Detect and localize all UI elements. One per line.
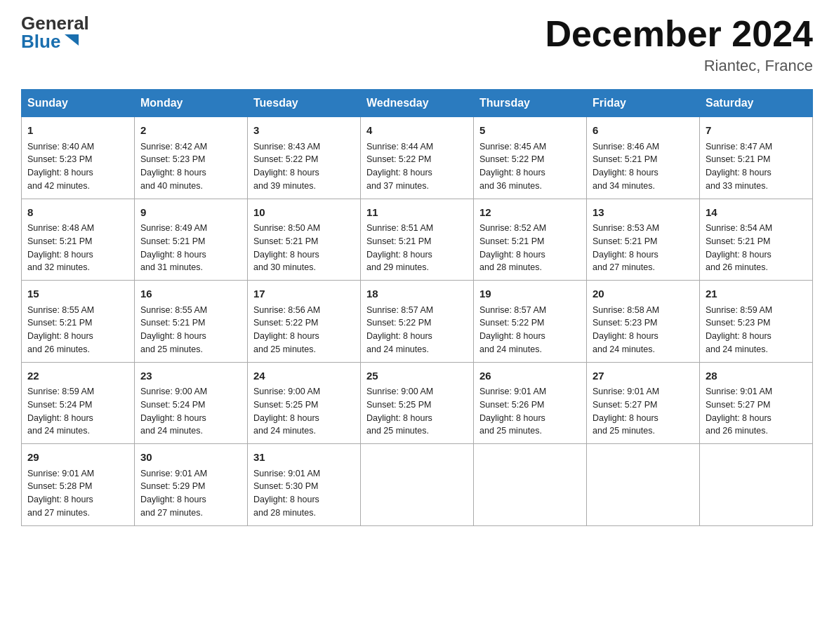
day-info: Sunrise: 9:01 AM Sunset: 5:28 PM Dayligh… xyxy=(27,467,128,520)
calendar-cell xyxy=(474,444,587,526)
title-section: December 2024 Riantec, France xyxy=(545,14,813,75)
day-number: 2 xyxy=(140,123,241,139)
day-number: 29 xyxy=(27,450,128,466)
day-number: 28 xyxy=(706,368,807,384)
day-number: 1 xyxy=(27,123,128,139)
day-info: Sunrise: 8:50 AM Sunset: 5:21 PM Dayligh… xyxy=(253,222,355,274)
day-number: 13 xyxy=(593,205,694,221)
calendar-cell: 26Sunrise: 9:01 AM Sunset: 5:26 PM Dayli… xyxy=(474,362,587,444)
day-info: Sunrise: 9:01 AM Sunset: 5:30 PM Dayligh… xyxy=(253,467,355,520)
day-number: 26 xyxy=(479,368,581,384)
day-info: Sunrise: 8:55 AM Sunset: 5:21 PM Dayligh… xyxy=(27,304,128,356)
calendar-cell: 19Sunrise: 8:57 AM Sunset: 5:22 PM Dayli… xyxy=(474,281,587,363)
calendar-cell: 17Sunrise: 8:56 AM Sunset: 5:22 PM Dayli… xyxy=(248,281,361,363)
day-number: 20 xyxy=(593,286,694,302)
calendar-cell: 15Sunrise: 8:55 AM Sunset: 5:21 PM Dayli… xyxy=(22,281,135,363)
calendar-cell: 28Sunrise: 9:01 AM Sunset: 5:27 PM Dayli… xyxy=(700,362,813,444)
day-header-wednesday: Wednesday xyxy=(361,90,474,117)
calendar-week-row: 29Sunrise: 9:01 AM Sunset: 5:28 PM Dayli… xyxy=(22,444,813,526)
calendar-cell xyxy=(361,444,474,526)
calendar-cell: 4Sunrise: 8:44 AM Sunset: 5:22 PM Daylig… xyxy=(361,117,474,199)
day-number: 22 xyxy=(27,368,128,384)
day-info: Sunrise: 8:42 AM Sunset: 5:23 PM Dayligh… xyxy=(140,140,241,193)
calendar-cell: 11Sunrise: 8:51 AM Sunset: 5:21 PM Dayli… xyxy=(361,199,474,281)
day-number: 30 xyxy=(140,450,241,466)
day-number: 14 xyxy=(706,205,807,221)
day-info: Sunrise: 8:43 AM Sunset: 5:22 PM Dayligh… xyxy=(253,140,355,193)
day-info: Sunrise: 9:00 AM Sunset: 5:25 PM Dayligh… xyxy=(366,385,468,438)
logo-triangle-icon xyxy=(62,30,81,50)
day-number: 6 xyxy=(593,123,694,139)
day-number: 24 xyxy=(253,368,355,384)
day-number: 11 xyxy=(366,205,468,221)
calendar-cell: 7Sunrise: 8:47 AM Sunset: 5:21 PM Daylig… xyxy=(700,117,813,199)
day-number: 17 xyxy=(253,286,355,302)
calendar-cell: 18Sunrise: 8:57 AM Sunset: 5:22 PM Dayli… xyxy=(361,281,474,363)
day-number: 27 xyxy=(593,368,694,384)
logo: General Blue xyxy=(21,14,89,51)
calendar-cell: 24Sunrise: 9:00 AM Sunset: 5:25 PM Dayli… xyxy=(248,362,361,444)
calendar-cell: 13Sunrise: 8:53 AM Sunset: 5:21 PM Dayli… xyxy=(587,199,700,281)
day-info: Sunrise: 9:01 AM Sunset: 5:27 PM Dayligh… xyxy=(706,385,807,438)
calendar-table: SundayMondayTuesdayWednesdayThursdayFrid… xyxy=(21,89,813,526)
day-number: 3 xyxy=(253,123,355,139)
day-info: Sunrise: 9:01 AM Sunset: 5:27 PM Dayligh… xyxy=(593,385,694,438)
calendar-cell: 10Sunrise: 8:50 AM Sunset: 5:21 PM Dayli… xyxy=(248,199,361,281)
calendar-cell: 8Sunrise: 8:48 AM Sunset: 5:21 PM Daylig… xyxy=(22,199,135,281)
calendar-cell: 12Sunrise: 8:52 AM Sunset: 5:21 PM Dayli… xyxy=(474,199,587,281)
month-title: December 2024 xyxy=(545,14,813,54)
svg-marker-0 xyxy=(65,34,79,46)
calendar-cell: 21Sunrise: 8:59 AM Sunset: 5:23 PM Dayli… xyxy=(700,281,813,363)
day-info: Sunrise: 8:49 AM Sunset: 5:21 PM Dayligh… xyxy=(140,222,241,274)
logo-blue-text: Blue xyxy=(21,32,60,51)
calendar-week-row: 22Sunrise: 8:59 AM Sunset: 5:24 PM Dayli… xyxy=(22,362,813,444)
calendar-week-row: 8Sunrise: 8:48 AM Sunset: 5:21 PM Daylig… xyxy=(22,199,813,281)
calendar-cell: 22Sunrise: 8:59 AM Sunset: 5:24 PM Dayli… xyxy=(22,362,135,444)
calendar-cell: 29Sunrise: 9:01 AM Sunset: 5:28 PM Dayli… xyxy=(22,444,135,526)
calendar-cell: 31Sunrise: 9:01 AM Sunset: 5:30 PM Dayli… xyxy=(248,444,361,526)
day-number: 15 xyxy=(27,286,128,302)
day-number: 31 xyxy=(253,450,355,466)
day-number: 8 xyxy=(27,205,128,221)
day-info: Sunrise: 8:51 AM Sunset: 5:21 PM Dayligh… xyxy=(366,222,468,274)
day-info: Sunrise: 8:57 AM Sunset: 5:22 PM Dayligh… xyxy=(366,304,468,356)
calendar-cell: 27Sunrise: 9:01 AM Sunset: 5:27 PM Dayli… xyxy=(587,362,700,444)
day-number: 9 xyxy=(140,205,241,221)
day-info: Sunrise: 8:53 AM Sunset: 5:21 PM Dayligh… xyxy=(593,222,694,274)
calendar-cell: 2Sunrise: 8:42 AM Sunset: 5:23 PM Daylig… xyxy=(135,117,248,199)
calendar-cell: 30Sunrise: 9:01 AM Sunset: 5:29 PM Dayli… xyxy=(135,444,248,526)
calendar-week-row: 1Sunrise: 8:40 AM Sunset: 5:23 PM Daylig… xyxy=(22,117,813,199)
day-number: 19 xyxy=(479,286,581,302)
day-info: Sunrise: 8:54 AM Sunset: 5:21 PM Dayligh… xyxy=(706,222,807,274)
calendar-cell: 5Sunrise: 8:45 AM Sunset: 5:22 PM Daylig… xyxy=(474,117,587,199)
day-info: Sunrise: 9:01 AM Sunset: 5:29 PM Dayligh… xyxy=(140,467,241,520)
day-header-monday: Monday xyxy=(135,90,248,117)
day-info: Sunrise: 8:46 AM Sunset: 5:21 PM Dayligh… xyxy=(593,140,694,193)
day-info: Sunrise: 8:47 AM Sunset: 5:21 PM Dayligh… xyxy=(706,140,807,193)
calendar-cell: 20Sunrise: 8:58 AM Sunset: 5:23 PM Dayli… xyxy=(587,281,700,363)
day-number: 10 xyxy=(253,205,355,221)
day-header-friday: Friday xyxy=(587,90,700,117)
day-number: 12 xyxy=(479,205,581,221)
day-info: Sunrise: 8:57 AM Sunset: 5:22 PM Dayligh… xyxy=(479,304,581,356)
calendar-cell: 14Sunrise: 8:54 AM Sunset: 5:21 PM Dayli… xyxy=(700,199,813,281)
calendar-cell: 16Sunrise: 8:55 AM Sunset: 5:21 PM Dayli… xyxy=(135,281,248,363)
day-number: 25 xyxy=(366,368,468,384)
calendar-week-row: 15Sunrise: 8:55 AM Sunset: 5:21 PM Dayli… xyxy=(22,281,813,363)
day-info: Sunrise: 8:52 AM Sunset: 5:21 PM Dayligh… xyxy=(479,222,581,274)
day-info: Sunrise: 8:44 AM Sunset: 5:22 PM Dayligh… xyxy=(366,140,468,193)
day-header-tuesday: Tuesday xyxy=(248,90,361,117)
day-info: Sunrise: 8:59 AM Sunset: 5:23 PM Dayligh… xyxy=(706,304,807,356)
calendar-cell: 6Sunrise: 8:46 AM Sunset: 5:21 PM Daylig… xyxy=(587,117,700,199)
day-info: Sunrise: 8:48 AM Sunset: 5:21 PM Dayligh… xyxy=(27,222,128,274)
day-info: Sunrise: 8:40 AM Sunset: 5:23 PM Dayligh… xyxy=(27,140,128,193)
day-number: 5 xyxy=(479,123,581,139)
calendar-cell: 1Sunrise: 8:40 AM Sunset: 5:23 PM Daylig… xyxy=(22,117,135,199)
day-info: Sunrise: 8:55 AM Sunset: 5:21 PM Dayligh… xyxy=(140,304,241,356)
day-number: 7 xyxy=(706,123,807,139)
calendar-cell: 3Sunrise: 8:43 AM Sunset: 5:22 PM Daylig… xyxy=(248,117,361,199)
day-number: 18 xyxy=(366,286,468,302)
day-info: Sunrise: 8:59 AM Sunset: 5:24 PM Dayligh… xyxy=(27,385,128,438)
day-number: 21 xyxy=(706,286,807,302)
day-number: 16 xyxy=(140,286,241,302)
